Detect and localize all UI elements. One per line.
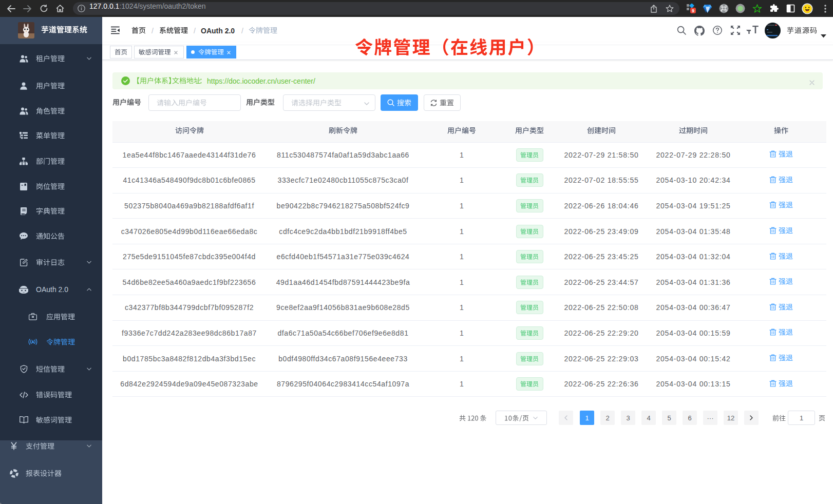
svg-text:9: 9 [692,8,694,13]
